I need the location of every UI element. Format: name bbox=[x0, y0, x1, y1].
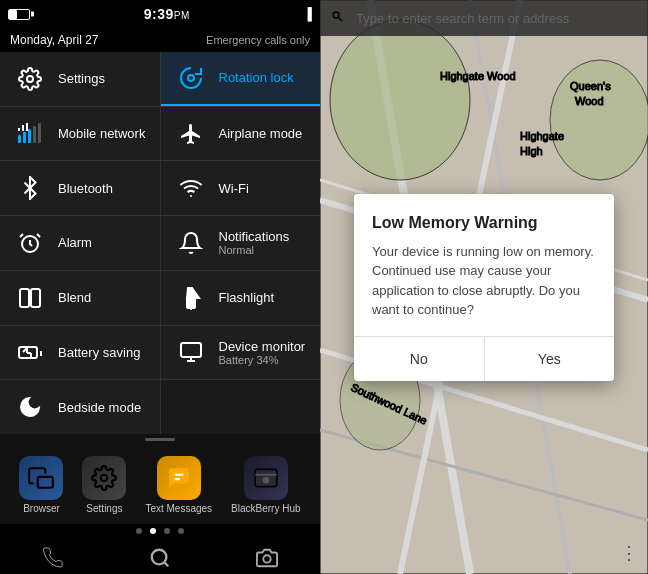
svg-point-36 bbox=[263, 555, 270, 562]
qs-bluetooth-label: Bluetooth bbox=[58, 181, 113, 196]
qs-settings-label: Settings bbox=[58, 71, 105, 86]
svg-point-33 bbox=[263, 476, 270, 483]
status-bar-right: ▐ bbox=[303, 7, 312, 21]
right-panel: Southwood Lane Highgate Wood Queen's Woo… bbox=[320, 0, 648, 574]
qs-notifications[interactable]: Notifications Normal bbox=[161, 216, 321, 270]
qs-bluetooth-text: Bluetooth bbox=[58, 181, 113, 196]
qs-mobile-text: Mobile network bbox=[58, 126, 145, 141]
flashlight-icon bbox=[175, 282, 207, 314]
nav-dot-4 bbox=[178, 528, 184, 534]
qs-alarm-label: Alarm bbox=[58, 235, 92, 250]
svg-line-14 bbox=[20, 234, 23, 237]
nav-dot-2 bbox=[150, 528, 156, 534]
airplane-icon bbox=[175, 118, 207, 150]
dock-bbhub[interactable]: BlackBerry Hub bbox=[231, 456, 300, 514]
qs-rotation-lock[interactable]: Rotation lock bbox=[161, 52, 321, 106]
qs-battery-saving[interactable]: Battery saving bbox=[0, 326, 160, 380]
svg-point-30 bbox=[101, 474, 108, 481]
qs-airplane-label: Airplane mode bbox=[219, 126, 303, 141]
svg-point-0 bbox=[27, 76, 33, 82]
qs-flashlight[interactable]: Flashlight bbox=[161, 271, 321, 325]
qs-wifi-text: Wi-Fi bbox=[219, 181, 249, 196]
time-display: 9:39PM bbox=[144, 5, 190, 23]
svg-rect-17 bbox=[31, 289, 40, 307]
bottom-nav bbox=[0, 524, 320, 574]
battery-saving-icon bbox=[14, 336, 46, 368]
nav-dots bbox=[0, 524, 320, 538]
qs-bluetooth[interactable]: Bluetooth bbox=[0, 161, 160, 215]
qs-bedside-mode[interactable]: Bedside mode bbox=[0, 380, 160, 434]
svg-point-34 bbox=[152, 550, 167, 565]
dialog-buttons: No Yes bbox=[354, 336, 614, 381]
date-display: Monday, April 27 bbox=[10, 33, 99, 47]
map-more-button[interactable]: ⋮ bbox=[620, 542, 638, 564]
qs-mobile-network[interactable]: Mobile network bbox=[0, 107, 160, 161]
qs-bedside-label: Bedside mode bbox=[58, 400, 141, 415]
dialog-yes-button[interactable]: Yes bbox=[485, 337, 615, 381]
dock-apps-row: Browser Settings Text Me bbox=[0, 445, 320, 524]
browser-label: Browser bbox=[23, 503, 60, 514]
dock-handle-bar bbox=[145, 438, 175, 441]
phone-button[interactable] bbox=[33, 538, 73, 574]
monitor-icon bbox=[175, 336, 207, 368]
qs-device-monitor-sublabel: Battery 34% bbox=[219, 354, 306, 366]
emergency-text: Emergency calls only bbox=[206, 34, 310, 46]
svg-point-12 bbox=[190, 195, 192, 197]
qs-flashlight-text: Flashlight bbox=[219, 290, 275, 305]
qs-settings[interactable]: Settings bbox=[0, 52, 160, 106]
qs-device-monitor[interactable]: Device monitor Battery 34% bbox=[161, 326, 321, 380]
qs-alarm[interactable]: Alarm bbox=[0, 216, 160, 270]
camera-button[interactable] bbox=[247, 538, 287, 574]
moon-icon bbox=[14, 391, 46, 423]
qs-mobile-label: Mobile network bbox=[58, 126, 145, 141]
battery-indicator bbox=[8, 9, 30, 20]
qs-notifications-text: Notifications Normal bbox=[219, 229, 290, 256]
qs-battery-text: Battery saving bbox=[58, 345, 140, 360]
messages-icon bbox=[157, 456, 201, 500]
dock-text-messages[interactable]: Text Messages bbox=[145, 456, 212, 514]
bbhub-icon bbox=[244, 456, 288, 500]
nav-icons-row bbox=[0, 538, 320, 574]
qs-airplane-mode[interactable]: Airplane mode bbox=[161, 107, 321, 161]
qs-notifications-label: Notifications bbox=[219, 229, 290, 244]
signal-bars-icon bbox=[14, 118, 46, 150]
qs-notifications-sublabel: Normal bbox=[219, 244, 290, 256]
qs-empty bbox=[161, 380, 321, 434]
dock-browser[interactable]: Browser bbox=[19, 456, 63, 514]
low-memory-dialog: Low Memory Warning Your device is runnin… bbox=[354, 194, 614, 381]
svg-rect-7 bbox=[18, 135, 21, 143]
nav-dot-3 bbox=[164, 528, 170, 534]
app-dock: Browser Settings Text Me bbox=[0, 434, 320, 524]
dialog-overlay: Low Memory Warning Your device is runnin… bbox=[320, 0, 648, 574]
wifi-icon bbox=[175, 172, 207, 204]
bluetooth-icon bbox=[14, 172, 46, 204]
quick-settings-grid: Settings Rotation lock bbox=[0, 52, 320, 434]
rotation-icon bbox=[175, 62, 207, 94]
clock: 9:39PM bbox=[144, 6, 190, 22]
blend-icon bbox=[14, 282, 46, 314]
qs-battery-label: Battery saving bbox=[58, 345, 140, 360]
qs-blend[interactable]: Blend bbox=[0, 271, 160, 325]
qs-wifi-label: Wi-Fi bbox=[219, 181, 249, 196]
dialog-no-button[interactable]: No bbox=[354, 337, 485, 381]
dock-settings[interactable]: Settings bbox=[82, 456, 126, 514]
signal-icon: ▐ bbox=[303, 7, 312, 21]
svg-rect-10 bbox=[33, 126, 36, 143]
svg-rect-29 bbox=[38, 476, 53, 487]
messages-label: Text Messages bbox=[145, 503, 212, 514]
svg-rect-16 bbox=[20, 289, 29, 307]
search-button[interactable] bbox=[140, 538, 180, 574]
qs-rotation-label: Rotation lock bbox=[219, 70, 294, 85]
gear-icon bbox=[14, 63, 46, 95]
qs-alarm-text: Alarm bbox=[58, 235, 92, 250]
svg-rect-26 bbox=[181, 343, 201, 357]
bell-icon bbox=[175, 227, 207, 259]
date-bar: Monday, April 27 Emergency calls only bbox=[0, 28, 320, 52]
qs-rotation-text: Rotation lock bbox=[219, 70, 294, 85]
status-bar: 9:39PM ▐ bbox=[0, 0, 320, 28]
qs-airplane-text: Airplane mode bbox=[219, 126, 303, 141]
svg-rect-9 bbox=[28, 129, 31, 143]
qs-wifi[interactable]: Wi-Fi bbox=[161, 161, 321, 215]
qs-flashlight-label: Flashlight bbox=[219, 290, 275, 305]
qs-settings-text: Settings bbox=[58, 71, 105, 86]
